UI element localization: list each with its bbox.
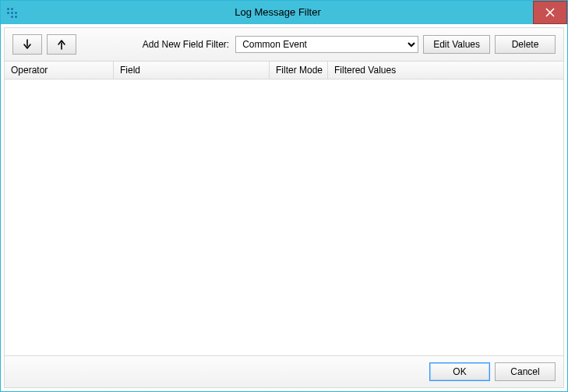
arrow-up-icon (57, 39, 66, 50)
grid-header: Operator Field Filter Mode Filtered Valu… (5, 62, 563, 79)
window-title: Log Message Filter (23, 1, 533, 24)
move-up-button[interactable] (47, 34, 76, 55)
cancel-button[interactable]: Cancel (495, 362, 556, 381)
column-field[interactable]: Field (114, 62, 270, 79)
move-down-button[interactable] (12, 34, 42, 55)
close-icon (545, 8, 555, 17)
close-button[interactable] (533, 1, 567, 24)
ok-button[interactable]: OK (429, 362, 490, 381)
add-new-label: Add New Field Filter: (143, 39, 229, 50)
grid-body[interactable] (5, 79, 563, 355)
arrow-down-icon (23, 39, 32, 50)
filter-grid: Operator Field Filter Mode Filtered Valu… (4, 62, 564, 356)
delete-button[interactable]: Delete (495, 35, 556, 54)
column-filtered-values[interactable]: Filtered Values (328, 62, 563, 79)
dialog-footer: OK Cancel (4, 356, 564, 388)
column-operator[interactable]: Operator (5, 62, 114, 79)
column-filter-mode[interactable]: Filter Mode (270, 62, 328, 79)
toolbar: Add New Field Filter: Common Event Edit … (4, 27, 564, 62)
dialog-window: Log Message Filter Add New Field Filter: (0, 0, 568, 392)
field-filter-select[interactable]: Common Event (235, 36, 418, 53)
edit-values-button[interactable]: Edit Values (423, 35, 490, 54)
app-icon (1, 1, 23, 24)
titlebar: Log Message Filter (1, 1, 567, 24)
client-area: Add New Field Filter: Common Event Edit … (1, 24, 567, 391)
